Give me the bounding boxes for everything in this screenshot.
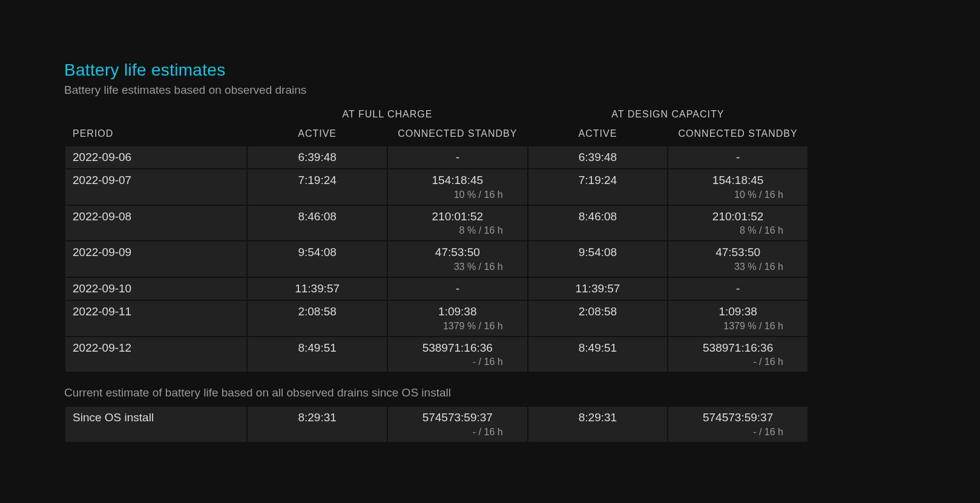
- cell-fc-active: 8:46:08: [248, 206, 387, 241]
- report-section: Battery life estimates Battery life esti…: [0, 0, 775, 443]
- cell-dc-active: 11:39:57: [528, 278, 668, 300]
- cell-dc-cs: 1:09:381379 % / 16 h: [668, 301, 807, 336]
- cell-subvalue: 33 % / 16 h: [676, 261, 800, 273]
- cell-period: 2022-09-10: [65, 278, 246, 300]
- cell-subvalue: 8 % / 16 h: [676, 225, 800, 237]
- cell-fc-cs: 210:01:528 % / 16 h: [388, 206, 527, 241]
- cell-value: 1:09:38: [719, 305, 757, 318]
- cell-fc-cs: 1:09:381379 % / 16 h: [388, 301, 527, 336]
- cell-subvalue: 10 % / 16 h: [395, 189, 520, 201]
- cell-dc-active: 9:54:08: [528, 242, 668, 277]
- cell-value: 538971:16:36: [703, 341, 773, 354]
- section-subtitle: Battery life estimates based on observed…: [64, 84, 775, 97]
- col-group-full-charge: AT FULL CHARGE: [248, 107, 527, 122]
- table-row: Since OS install 8:29:31 574573:59:37 - …: [65, 407, 807, 442]
- cell-value: -: [736, 282, 740, 295]
- cell-period: 2022-09-07: [65, 169, 246, 205]
- cell-value: 1:09:38: [438, 305, 476, 318]
- cell-fc-active: 6:39:48: [248, 146, 387, 168]
- cell-dc-cs: 538971:16:36- / 16 h: [668, 337, 807, 372]
- col-dc-active: ACTIVE: [528, 123, 668, 145]
- cell-subvalue: 10 % / 16 h: [676, 189, 800, 201]
- cell-dc-cs: 574573:59:37 - / 16 h: [668, 407, 807, 442]
- table-row: 2022-09-128:49:51538971:16:36- / 16 h8:4…: [65, 337, 807, 372]
- cell-dc-active: 8:49:51: [528, 337, 668, 372]
- cell-value: 47:53:50: [715, 246, 760, 258]
- cell-value: 154:18:45: [712, 174, 764, 186]
- cell-dc-active: 8:29:31: [528, 407, 668, 442]
- cell-dc-cs: 154:18:4510 % / 16 h: [668, 169, 807, 205]
- table-row: 2022-09-088:46:08210:01:528 % / 16 h8:46…: [65, 206, 807, 241]
- col-fc-cs: CONNECTED STANDBY: [388, 123, 527, 145]
- cell-fc-active: 8:49:51: [248, 337, 387, 372]
- summary-subtitle: Current estimate of battery life based o…: [64, 386, 775, 399]
- cell-fc-cs: 154:18:4510 % / 16 h: [388, 169, 527, 205]
- cell-subvalue: - / 16 h: [395, 356, 520, 368]
- table-row: 2022-09-099:54:0847:53:5033 % / 16 h9:54…: [65, 242, 807, 277]
- cell-dc-active: 7:19:24: [528, 169, 668, 205]
- cell-fc-cs: 538971:16:36- / 16 h: [388, 337, 527, 372]
- cell-value: 538971:16:36: [423, 341, 493, 354]
- cell-dc-active: 8:46:08: [528, 206, 668, 241]
- cell-subvalue: - / 16 h: [676, 356, 800, 368]
- cell-period: 2022-09-09: [65, 242, 246, 277]
- table-row: 2022-09-1011:39:57-11:39:57-: [65, 278, 807, 300]
- col-group-design-capacity: AT DESIGN CAPACITY: [528, 107, 807, 122]
- cell-subvalue: - / 16 h: [395, 426, 520, 438]
- section-title: Battery life estimates: [64, 61, 775, 80]
- cell-subvalue: 1379 % / 16 h: [676, 320, 800, 332]
- cell-fc-cs: -: [388, 278, 527, 300]
- cell-dc-active: 6:39:48: [528, 146, 668, 168]
- col-fc-active: ACTIVE: [248, 123, 387, 145]
- cell-dc-cs: -: [668, 278, 807, 300]
- cell-subvalue: - / 16 h: [676, 426, 800, 438]
- cell-subvalue: 1379 % / 16 h: [395, 320, 520, 332]
- cell-dc-cs: 210:01:528 % / 16 h: [668, 206, 807, 241]
- cell-value: -: [456, 282, 459, 295]
- cell-period: 2022-09-11: [65, 301, 246, 336]
- table-row: 2022-09-077:19:24154:18:4510 % / 16 h7:1…: [65, 169, 807, 205]
- col-period: PERIOD: [65, 123, 246, 145]
- cell-period: 2022-09-12: [65, 337, 246, 372]
- cell-period: Since OS install: [65, 407, 246, 442]
- table-row: 2022-09-066:39:48-6:39:48-: [65, 146, 807, 168]
- cell-period: 2022-09-08: [65, 206, 246, 241]
- cell-fc-cs: 574573:59:37 - / 16 h: [388, 407, 527, 442]
- cell-value: 210:01:52: [712, 210, 764, 223]
- cell-value: 154:18:45: [432, 174, 484, 186]
- cell-fc-cs: 47:53:5033 % / 16 h: [388, 242, 527, 277]
- cell-fc-active: 11:39:57: [248, 278, 387, 300]
- col-spacer: [65, 107, 246, 122]
- summary-table: Since OS install 8:29:31 574573:59:37 - …: [64, 406, 809, 443]
- cell-fc-active: 2:08:58: [248, 301, 387, 336]
- cell-period: 2022-09-06: [65, 146, 246, 168]
- estimates-table: AT FULL CHARGE AT DESIGN CAPACITY PERIOD…: [64, 105, 809, 373]
- cell-fc-active: 9:54:08: [248, 242, 387, 277]
- cell-value: 574573:59:37: [703, 411, 773, 424]
- cell-dc-cs: 47:53:5033 % / 16 h: [668, 242, 807, 277]
- cell-dc-active: 2:08:58: [528, 301, 668, 336]
- cell-dc-cs: -: [668, 146, 807, 168]
- cell-value: 47:53:50: [435, 246, 480, 258]
- cell-subvalue: 8 % / 16 h: [395, 225, 520, 237]
- cell-subvalue: 33 % / 16 h: [395, 261, 520, 273]
- cell-value: -: [456, 151, 459, 163]
- cell-value: 574573:59:37: [423, 411, 493, 424]
- cell-fc-active: 7:19:24: [248, 169, 387, 205]
- cell-value: 210:01:52: [432, 210, 484, 223]
- col-dc-cs: CONNECTED STANDBY: [668, 123, 807, 145]
- cell-fc-active: 8:29:31: [248, 407, 387, 442]
- table-row: 2022-09-112:08:581:09:381379 % / 16 h2:0…: [65, 301, 807, 336]
- cell-value: -: [736, 151, 740, 163]
- cell-fc-cs: -: [388, 146, 527, 168]
